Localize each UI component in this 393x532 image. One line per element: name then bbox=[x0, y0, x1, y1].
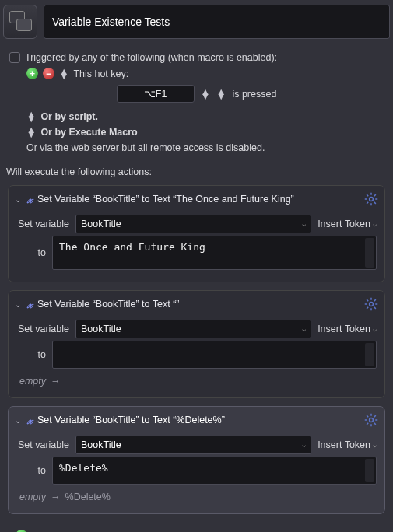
action-title: Set Variable “BookTitle” to Text “%Delet… bbox=[37, 415, 225, 425]
svg-point-18 bbox=[370, 418, 374, 422]
chevron-down-icon[interactable]: ⌵ bbox=[302, 325, 306, 333]
value-textarea[interactable]: %Delete% bbox=[52, 457, 377, 485]
action-card[interactable]: ⌄ 𝓍 Set Variable “BookTitle” to Text “Th… bbox=[8, 185, 385, 282]
to-label: to bbox=[16, 349, 46, 360]
to-label: to bbox=[16, 465, 46, 476]
scrollbar[interactable] bbox=[365, 343, 374, 366]
insert-token-button[interactable]: Insert Token ⌵ bbox=[318, 324, 377, 334]
gear-icon[interactable] bbox=[364, 413, 378, 427]
set-variable-label: Set variable bbox=[16, 219, 69, 229]
variable-name-field[interactable]: BookTitle⌵ bbox=[75, 436, 311, 454]
gear-icon[interactable] bbox=[364, 192, 378, 206]
svg-line-25 bbox=[367, 423, 368, 425]
empty-label: empty bbox=[19, 376, 46, 387]
svg-point-9 bbox=[370, 303, 374, 306]
variable-x-icon: 𝓍 bbox=[27, 193, 33, 206]
actions-header: Will execute the following actions: bbox=[3, 159, 390, 182]
triggered-label: Triggered by any of the following (when … bbox=[25, 52, 277, 63]
chevron-down-icon[interactable]: ⌵ bbox=[302, 441, 306, 449]
or-via-web-label: Or via the web server but all remote acc… bbox=[26, 142, 265, 153]
hotkey-picker-chevron[interactable]: ▲▼ bbox=[201, 89, 210, 99]
svg-line-16 bbox=[367, 307, 368, 309]
variable-name-field[interactable]: BookTitle⌵ bbox=[75, 320, 311, 338]
svg-line-15 bbox=[374, 307, 376, 309]
action-result-footer: empty → %Delete% bbox=[16, 487, 377, 504]
disclosure-chevron-icon[interactable]: ⌄ bbox=[15, 195, 23, 204]
add-trigger-button[interactable]: + bbox=[26, 68, 38, 79]
svg-line-23 bbox=[367, 415, 368, 417]
chevron-down-icon: ⌵ bbox=[373, 325, 377, 333]
svg-line-6 bbox=[374, 202, 376, 204]
or-by-script-label: Or by script. bbox=[40, 111, 98, 122]
variable-x-icon: 𝓍 bbox=[27, 414, 33, 427]
or-by-execute-macro-label: Or by Execute Macro bbox=[40, 127, 137, 138]
arrow-icon: → bbox=[51, 376, 61, 387]
trigger-type-stepper[interactable]: ▲▼ bbox=[59, 69, 68, 79]
remove-trigger-button[interactable]: − bbox=[43, 68, 54, 79]
to-label: to bbox=[16, 247, 46, 258]
svg-line-7 bbox=[367, 202, 368, 204]
action-card[interactable]: ⌄ 𝓍 Set Variable “BookTitle” to Text “%D… bbox=[8, 406, 385, 514]
action-title: Set Variable “BookTitle” to Text “” bbox=[37, 299, 179, 310]
svg-line-8 bbox=[374, 194, 376, 196]
hotkey-label: This hot key: bbox=[73, 68, 128, 79]
hotkey-mode-stepper[interactable]: ▲▼ bbox=[216, 89, 226, 99]
gear-icon[interactable] bbox=[364, 297, 378, 311]
svg-line-24 bbox=[374, 423, 376, 425]
hotkey-field[interactable]: ⌥F1 bbox=[117, 85, 195, 103]
execute-macro-stepper[interactable]: ▲▼ bbox=[26, 128, 36, 137]
triggered-checkbox[interactable] bbox=[9, 52, 20, 63]
empty-label: empty bbox=[19, 492, 46, 502]
macro-title-field[interactable]: Variable Existence Tests bbox=[44, 5, 390, 39]
chevron-down-icon: ⌵ bbox=[373, 220, 377, 228]
svg-point-0 bbox=[370, 198, 374, 201]
svg-line-14 bbox=[367, 299, 368, 301]
action-card[interactable]: ⌄ 𝓍 Set Variable “BookTitle” to Text “” … bbox=[8, 290, 385, 398]
insert-token-button[interactable]: Insert Token ⌵ bbox=[318, 439, 377, 450]
set-variable-label: Set variable bbox=[16, 439, 69, 450]
arrow-icon: → bbox=[51, 492, 61, 502]
hotkey-mode-label: is pressed bbox=[232, 89, 276, 100]
result-value: %Delete% bbox=[65, 492, 111, 502]
action-result-footer: empty → bbox=[16, 371, 377, 388]
chevron-down-icon[interactable]: ⌵ bbox=[302, 220, 306, 228]
insert-token-button[interactable]: Insert Token ⌵ bbox=[318, 219, 377, 229]
variable-x-icon: 𝓍 bbox=[27, 298, 33, 311]
disclosure-chevron-icon[interactable]: ⌄ bbox=[15, 300, 23, 309]
variable-name-field[interactable]: BookTitle⌵ bbox=[75, 215, 311, 233]
scrollbar[interactable] bbox=[365, 238, 374, 268]
chevron-down-icon: ⌵ bbox=[373, 441, 377, 449]
macro-icon bbox=[3, 5, 37, 39]
scrollbar[interactable] bbox=[365, 459, 374, 482]
svg-line-5 bbox=[367, 194, 368, 196]
svg-line-17 bbox=[374, 299, 376, 301]
script-stepper[interactable]: ▲▼ bbox=[26, 112, 36, 121]
set-variable-label: Set variable bbox=[16, 324, 69, 334]
svg-line-26 bbox=[374, 415, 376, 417]
action-title: Set Variable “BookTitle” to Text “The On… bbox=[37, 194, 294, 205]
value-textarea[interactable]: The Once and Future King bbox=[52, 236, 377, 270]
disclosure-chevron-icon[interactable]: ⌄ bbox=[15, 416, 23, 425]
value-textarea[interactable] bbox=[52, 341, 377, 369]
